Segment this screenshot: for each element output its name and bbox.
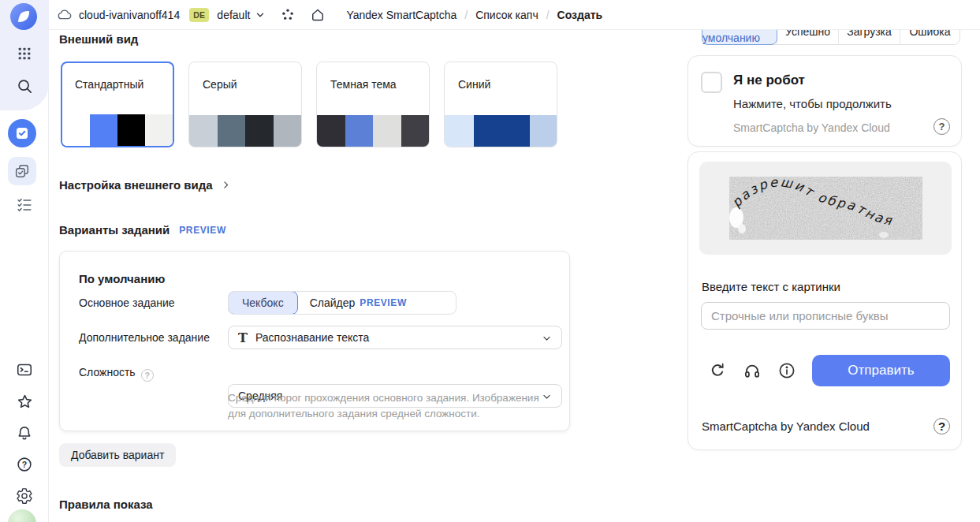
theme-swatch [474,115,530,147]
chevron-down-icon[interactable] [255,9,266,21]
captcha-prompt: Введите текст с картинки [702,280,840,293]
submit-button[interactable]: Отправить [812,355,950,386]
theme-card-standard[interactable]: Стандартный [61,62,174,147]
top-header: cloud-ivanivanoff414 DE default Yandex S… [49,0,980,30]
captcha-image-container: разрешит обратная [699,162,952,255]
theme-swatch [90,114,117,146]
add-variant-button[interactable]: Добавить вариант [59,443,176,467]
theme-swatch [345,115,374,147]
variant-card-title: По умолчанию [79,272,165,285]
extra-task-label: Дополнительное задание [79,326,210,349]
svg-text:?: ? [22,460,27,469]
breadcrumb-list[interactable]: Список капч [475,9,538,21]
task-checklist-icon[interactable] [13,193,36,217]
info-icon[interactable] [777,361,796,380]
variants-heading: Варианты заданий PREVIEW [59,223,226,237]
theme-swatches [317,115,429,147]
breadcrumb: Yandex SmartCaptcha / Список капч / Созд… [346,9,602,21]
captcha-footer: SmartCaptcha by Yandex Cloud ? [702,418,950,434]
chevron-right-icon [221,180,231,190]
help-icon[interactable]: ? [13,453,36,476]
notifications-bell-icon[interactable] [13,421,36,445]
captcha-action-icons [708,361,796,380]
complexity-label: Сложность? [79,360,154,384]
appearance-title: Внешний вид [59,32,138,46]
robot-checkbox-subtitle: Нажмите, чтобы продолжить [733,97,892,110]
folder-name[interactable]: default [217,9,250,21]
chevron-down-icon [542,334,552,344]
terminal-icon[interactable] [13,358,36,382]
audio-challenge-icon[interactable] [743,361,762,380]
search-icon[interactable] [13,74,36,98]
theme-swatches [445,115,557,147]
main-task-segmented-control: Чекбокс Слайдер PREVIEW [228,291,456,315]
robot-checkbox[interactable] [701,72,722,93]
theme-swatch [189,115,218,147]
question-circle-icon[interactable]: ? [933,418,950,434]
complexity-label-text: Сложность [79,366,136,378]
theme-swatch [117,114,145,146]
theme-swatch [218,115,246,147]
variant-card-default: По умолчанию Основное задание Чекбокс Сл… [59,251,570,431]
complexity-hint: Средний порог прохождения основного зада… [228,390,559,421]
cloud-icon [57,7,73,23]
main-task-option-checkbox[interactable]: Чекбокс [228,291,298,315]
option-label: Слайдер [310,296,356,309]
captcha-text-input[interactable] [701,302,950,330]
preview-badge: PREVIEW [360,297,407,308]
question-circle-icon[interactable]: ? [141,369,154,382]
captcha-brand: SmartCaptcha by Yandex Cloud [733,121,890,134]
theme-swatch [445,115,474,147]
theme-card-gray[interactable]: Серый [188,62,302,147]
captcha-list-icon[interactable] [8,157,36,185]
captcha-checkbox-card: Я не робот Нажмите, чтобы продолжить Sma… [687,55,962,147]
environment-badge: DE [189,8,209,22]
theme-swatch [245,115,274,147]
theme-swatch [401,115,430,147]
project-name[interactable]: cloud-ivanivanoff414 [79,9,180,21]
breadcrumb-separator: / [464,9,468,21]
smartcaptcha-active-icon[interactable] [8,119,36,147]
breadcrumb-separator: / [546,9,550,21]
theme-swatch [317,115,345,147]
main-task-label: Основное задание [79,291,175,315]
user-avatar[interactable] [8,509,36,522]
appearance-settings-label: Настройка внешнего вида [59,178,213,192]
theme-label: Стандартный [75,78,143,91]
question-circle-icon[interactable]: ? [933,118,950,135]
main-task-option-slider[interactable]: Слайдер PREVIEW [297,292,419,314]
option-label: Чекбокс [242,296,284,309]
breadcrumb-service[interactable]: Yandex SmartCaptcha [346,9,456,21]
theme-swatch [145,114,173,146]
theme-swatch [62,114,90,146]
left-rail: ? [0,0,49,522]
service-nodes-icon[interactable] [280,7,296,23]
extra-task-value: Распознавание текста [255,331,369,344]
theme-card-dark[interactable]: Темная тема [316,62,430,147]
favorites-star-icon[interactable] [13,390,36,413]
breadcrumb-current: Создать [557,9,603,21]
theme-swatches [189,115,301,147]
theme-label: Темная тема [330,78,397,91]
theme-card-blue[interactable]: Синий [444,62,557,147]
text-recognition-icon: T [238,330,248,345]
appearance-settings-link[interactable]: Настройка внешнего вида [59,178,231,192]
extra-task-select[interactable]: T Распознавание текста [228,326,562,349]
captcha-challenge-card: разрешит обратная Введите текст с картин… [687,151,962,450]
captcha-brand: SmartCaptcha by Yandex Cloud [702,419,870,433]
theme-swatch [274,115,302,147]
settings-gear-icon[interactable] [13,484,36,508]
variants-title: Варианты заданий [59,223,170,237]
preview-badge: PREVIEW [179,225,226,236]
theme-label: Серый [203,78,237,91]
theme-swatch [373,115,401,147]
theme-swatch [530,115,557,147]
refresh-icon[interactable] [708,361,727,380]
theme-label: Синий [458,78,490,91]
yandex-cloud-logo-icon[interactable] [9,2,38,31]
display-rules-title: Правила показа [59,498,153,511]
apps-grid-icon[interactable] [13,42,36,65]
captcha-image: разрешит обратная [729,177,922,240]
home-icon[interactable] [310,7,326,23]
robot-checkbox-title: Я не робот [733,73,805,88]
